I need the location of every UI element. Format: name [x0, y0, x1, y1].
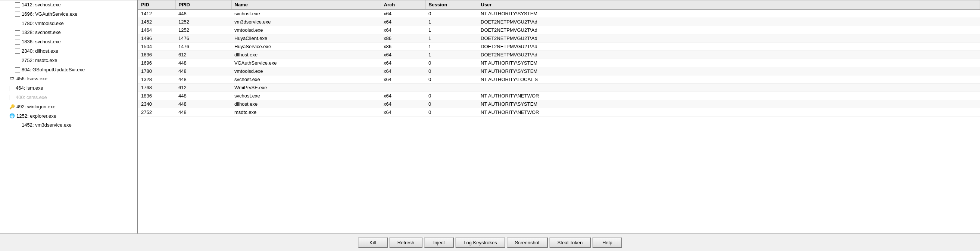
cell-ppid-10: 448 — [175, 92, 231, 100]
tree-checkbox-1328-svchost[interactable] — [15, 30, 20, 35]
tree-checkbox-1412-svchost[interactable] — [15, 2, 20, 8]
table-row[interactable]: 1836448svchost.exex640NT AUTHORITY\NETWO… — [138, 92, 980, 100]
tree-item-1836-svchost[interactable]: 1836: svchost.exe — [0, 37, 137, 47]
cell-arch-2: x64 — [381, 26, 425, 34]
tree-item-464-lsm[interactable]: 464: lsm.exe — [0, 84, 137, 93]
cell-arch-1: x64 — [381, 18, 425, 26]
cell-session-2: 1 — [425, 26, 478, 34]
cell-pid-9: 1768 — [138, 84, 175, 92]
cell-pid-12: 2752 — [138, 108, 175, 117]
tree-checkbox-1696-vgauthservice[interactable] — [15, 11, 20, 17]
screenshot-button[interactable]: Screenshot — [507, 237, 548, 248]
table-row[interactable]: 14521252vm3dservice.exex641DOET2NETPMVGU… — [138, 18, 980, 26]
cell-arch-7: x64 — [381, 67, 425, 75]
tree-item-492-winlogon[interactable]: 🔑492: winlogon.exe — [0, 102, 137, 112]
tree-checkbox-804-gso[interactable] — [15, 67, 20, 72]
cell-ppid-8: 448 — [175, 75, 231, 84]
cell-name-2: vmtoolsd.exe — [231, 26, 381, 34]
cell-session-8: 0 — [425, 75, 478, 84]
cell-arch-11: x64 — [381, 100, 425, 108]
tree-label-1780-vmtoolsd: 1780: vmtoolsd.exe — [22, 20, 64, 28]
cell-arch-4: x86 — [381, 43, 425, 51]
cell-pid-6: 1696 — [138, 59, 175, 67]
cell-session-4: 1 — [425, 43, 478, 51]
table-row[interactable]: 1636612dllhost.exex641DOET2NETPMVGU2T\Ad — [138, 51, 980, 59]
tree-item-2340-dllhost[interactable]: 2340: dllhost.exe — [0, 47, 137, 56]
cell-arch-9 — [381, 84, 425, 92]
tree-checkbox-2752-msdtc[interactable] — [15, 58, 20, 63]
cell-ppid-4: 1476 — [175, 43, 231, 51]
tree-label-1836-svchost: 1836: svchost.exe — [22, 38, 61, 46]
tree-label-400-csrss: 400: csrss.exe — [16, 94, 47, 102]
tree-item-804-gso[interactable]: 804: GSoInputUpdateSvr.exe — [0, 66, 137, 75]
tree-item-400-csrss[interactable]: 400: csrss.exe — [0, 93, 137, 102]
col-header-user[interactable]: User — [478, 0, 980, 10]
kill-button[interactable]: Kill — [358, 237, 388, 248]
table-row[interactable]: 14641252vmtoolsd.exex641DOET2NETPMVGU2T\… — [138, 26, 980, 34]
log-keystrokes-button[interactable]: Log Keystrokes — [455, 237, 505, 248]
tree-checkbox-400-csrss[interactable] — [9, 95, 14, 100]
cell-ppid-0: 448 — [175, 10, 231, 18]
tree-icon-456-lsass: 🛡 — [9, 76, 15, 82]
col-header-ppid[interactable]: PPID — [175, 0, 231, 10]
cell-session-3: 1 — [425, 34, 478, 43]
table-row[interactable]: 1412448svchost.exex640NT AUTHORITY\SYSTE… — [138, 10, 980, 18]
tree-item-1328-svchost[interactable]: 1328: svchost.exe — [0, 28, 137, 37]
table-row[interactable]: 1780448vmtoolsd.exex640NT AUTHORITY\SYST… — [138, 67, 980, 75]
table-row[interactable]: 15041476HuyaService.exex861DOET2NETPMVGU… — [138, 43, 980, 51]
col-header-session[interactable]: Session — [425, 0, 478, 10]
cell-pid-10: 1836 — [138, 92, 175, 100]
steal-token-button[interactable]: Steal Token — [549, 237, 591, 248]
col-header-name[interactable]: Name — [231, 0, 381, 10]
cell-user-5: DOET2NETPMVGU2T\Ad — [478, 51, 980, 59]
tree-checkbox-464-lsm[interactable] — [9, 86, 14, 91]
tree-label-456-lsass: 456: lsass.exe — [16, 75, 48, 83]
tree-label-1252-explorer: 1252: explorer.exe — [16, 112, 56, 120]
cell-pid-5: 1636 — [138, 51, 175, 59]
cell-ppid-3: 1476 — [175, 34, 231, 43]
table-row[interactable]: 2340448dllhost.exex640NT AUTHORITY\SYSTE… — [138, 100, 980, 108]
cell-session-9 — [425, 84, 478, 92]
cell-user-11: NT AUTHORITY\SYSTEM — [478, 100, 980, 108]
tree-item-1252-explorer[interactable]: 🌐1252: explorer.exe — [0, 112, 137, 121]
process-tree[interactable]: 1412: svchost.exe1696: VGAuthService.exe… — [0, 0, 138, 233]
table-row[interactable]: 1768612WmiPrvSE.exe — [138, 84, 980, 92]
table-row[interactable]: 2752448msdtc.exex640NT AUTHORITY\NETWOR — [138, 108, 980, 117]
table-row[interactable]: 1696448VGAuthService.exex640NT AUTHORITY… — [138, 59, 980, 67]
cell-name-12: msdtc.exe — [231, 108, 381, 117]
inject-button[interactable]: Inject — [424, 237, 454, 248]
cell-pid-1: 1452 — [138, 18, 175, 26]
tree-item-2752-msdtc[interactable]: 2752: msdtc.exe — [0, 56, 137, 66]
table-row[interactable]: 14961476HuyaClient.exex861DOET2NETPMVGU2… — [138, 34, 980, 43]
tree-checkbox-2340-dllhost[interactable] — [15, 48, 20, 54]
cell-user-0: NT AUTHORITY\SYSTEM — [478, 10, 980, 18]
table-row[interactable]: 1328448svchost.exex640NT AUTHORITY\LOCAL… — [138, 75, 980, 84]
cell-user-10: NT AUTHORITY\NETWOR — [478, 92, 980, 100]
cell-arch-0: x64 — [381, 10, 425, 18]
cell-name-4: HuyaService.exe — [231, 43, 381, 51]
cell-arch-8: x64 — [381, 75, 425, 84]
cell-arch-5: x64 — [381, 51, 425, 59]
tree-label-804-gso: 804: GSoInputUpdateSvr.exe — [22, 66, 85, 74]
refresh-button[interactable]: Refresh — [389, 237, 423, 248]
tree-item-1696-vgauthservice[interactable]: 1696: VGAuthService.exe — [0, 10, 137, 19]
cell-arch-12: x64 — [381, 108, 425, 117]
tree-icon-1252-explorer: 🌐 — [9, 113, 15, 119]
tree-checkbox-1780-vmtoolsd[interactable] — [15, 21, 20, 26]
tree-item-1780-vmtoolsd[interactable]: 1780: vmtoolsd.exe — [0, 19, 137, 29]
tree-checkbox-1452-vm3dservice[interactable] — [15, 123, 20, 128]
tree-item-1412-svchost[interactable]: 1412: svchost.exe — [0, 0, 137, 10]
help-button[interactable]: Help — [592, 237, 622, 248]
main-content: 1412: svchost.exe1696: VGAuthService.exe… — [0, 0, 980, 233]
col-header-pid[interactable]: PID — [138, 0, 175, 10]
process-table-panel: PIDPPIDNameArchSessionUser 1412448svchos… — [138, 0, 980, 233]
tree-item-1452-vm3dservice[interactable]: 1452: vm3dservice.exe — [0, 121, 137, 130]
cell-name-7: vmtoolsd.exe — [231, 67, 381, 75]
cell-pid-0: 1412 — [138, 10, 175, 18]
tree-checkbox-1836-svchost[interactable] — [15, 40, 20, 45]
col-header-arch[interactable]: Arch — [381, 0, 425, 10]
cell-pid-8: 1328 — [138, 75, 175, 84]
cell-arch-6: x64 — [381, 59, 425, 67]
cell-name-5: dllhost.exe — [231, 51, 381, 59]
tree-item-456-lsass[interactable]: 🛡456: lsass.exe — [0, 74, 137, 84]
